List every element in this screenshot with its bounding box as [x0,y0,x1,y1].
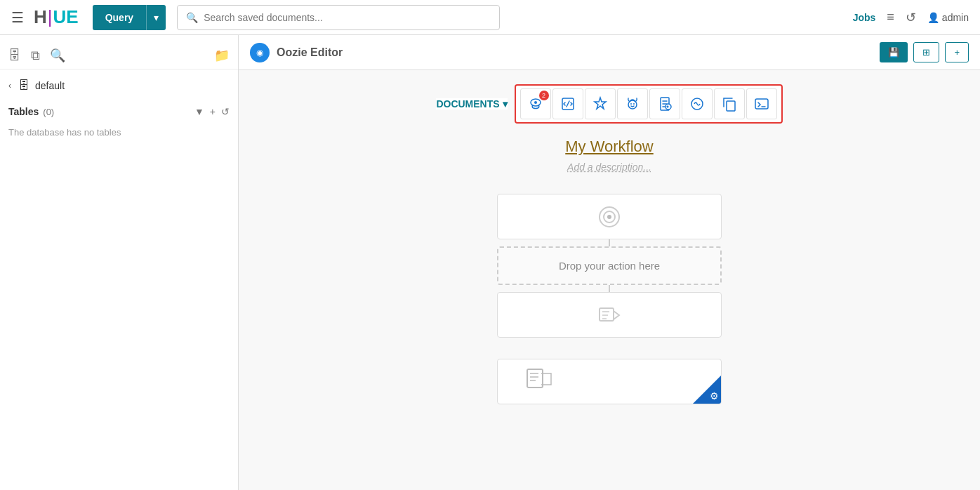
workflow-start-node [497,194,722,239]
main-layout: 🗄 ⧉ 🔍 📁 ‹ 🗄 default Tables (0) ▼ + ↺ The… [0,35,980,490]
drop-zone-text: Drop your action here [559,260,660,272]
oozie-action-buttons: 💾 ⊞ + [880,42,969,62]
user-icon: 👤 [927,12,939,23]
toolbar-terminal-icon[interactable] [746,88,777,119]
icon-toolbar-box: 2 [515,84,783,124]
end-node-icon [597,303,622,328]
sidebar-tables-header: Tables (0) ▼ + ↺ [0,102,238,121]
sidebar-refresh-icon[interactable]: ↺ [221,106,230,117]
sidebar-db-label: default [35,80,65,91]
documents-dropdown-icon: ▾ [503,98,508,110]
sidebar-folder-icon[interactable]: 📁 [214,48,230,63]
search-bar: 🔍 [177,5,500,30]
svg-point-5 [633,103,635,105]
sidebar-collapse-icon[interactable]: ‹ [8,81,11,91]
query-button-group: Query ▾ [93,5,166,30]
oozie-editor-header: ◉ Oozie Editor 💾 ⊞ + [239,35,980,70]
search-input[interactable] [204,12,491,23]
sidebar-db-icon[interactable]: 🗄 [8,48,21,63]
list-icon[interactable]: ≡ [887,10,894,25]
workflow-title[interactable]: My Workflow [565,138,654,156]
sidebar: 🗄 ⧉ 🔍 📁 ‹ 🗄 default Tables (0) ▼ + ↺ The… [0,35,239,490]
oozie-icon: ◉ [250,43,270,62]
workflow-bottom-node: ⚙ [497,359,722,404]
content-area: ◉ Oozie Editor 💾 ⊞ + DOCUMENTS ▾ [239,35,980,490]
sidebar-tables-label: Tables [8,106,39,117]
toolbar-pig-icon[interactable] [617,88,648,119]
sidebar-empty-message: The database has no tables [0,121,238,143]
sidebar-zoom-icon[interactable]: 🔍 [50,48,65,63]
svg-point-4 [630,103,632,105]
toolbar-spark-icon[interactable] [585,88,616,119]
node-connector-1 [609,239,610,246]
gear-icon: ⚙ [710,390,719,402]
start-node-icon [597,204,622,230]
query-main-button[interactable]: Query [93,5,146,30]
jobs-link[interactable]: Jobs [853,12,876,23]
sidebar-tables-count: (0) [43,107,54,117]
search-icon: 🔍 [186,12,198,23]
navbar: ☰ H | UE Query ▾ 🔍 Jobs ≡ ↺ 👤 admin [0,0,980,35]
sidebar-db-stack-icon: 🗄 [18,79,29,92]
sidebar-db-item[interactable]: ‹ 🗄 default [8,77,230,95]
query-dropdown-button[interactable]: ▾ [146,5,166,30]
workflow-badge: 2 [539,91,549,100]
oozie-editor-title: Oozie Editor [277,46,343,59]
toolbar-code-icon[interactable] [552,88,583,119]
app-logo: H | UE [34,6,79,28]
sidebar-tables-actions: ▼ + ↺ [194,106,230,117]
navbar-right: Jobs ≡ ↺ 👤 admin [853,10,969,25]
toolbar-workflow-icon[interactable]: 2 [520,88,551,119]
oozie-layout-button[interactable]: ⊞ [913,42,939,62]
workflow-nodes: Drop your action here [497,194,722,338]
logo-h: H [34,6,47,28]
documents-toolbar: DOCUMENTS ▾ 2 [436,84,782,124]
drop-zone[interactable]: Drop your action here [497,246,722,285]
toolbar-document-icon[interactable] [649,88,680,119]
svg-rect-9 [727,101,735,111]
toolbar-circle-icon[interactable] [682,88,713,119]
user-menu[interactable]: 👤 admin [927,12,969,23]
svg-rect-15 [527,369,543,388]
admin-label: admin [942,12,969,23]
svg-point-1 [534,101,537,104]
logo-ue: UE [53,6,79,28]
workflow-description[interactable]: Add a description... [567,161,651,173]
sidebar-filter-icon[interactable]: ▼ [194,106,204,117]
workflow-area: DOCUMENTS ▾ 2 [239,70,980,490]
node-connector-2 [609,285,610,292]
bottom-node-content [519,359,561,400]
sidebar-icon-row: 🗄 ⧉ 🔍 📁 [0,42,238,69]
workflow-end-node [497,292,722,338]
sidebar-db-section: ‹ 🗄 default [0,69,238,102]
svg-point-13 [607,215,611,219]
documents-button[interactable]: DOCUMENTS ▾ [436,98,507,110]
hamburger-menu[interactable]: ☰ [11,9,24,26]
oozie-extra-button[interactable]: + [945,42,969,62]
oozie-save-button[interactable]: 💾 [880,42,908,62]
oozie-icon-symbol: ◉ [256,48,263,58]
gear-corner: ⚙ [693,376,721,404]
sidebar-copy-icon[interactable]: ⧉ [31,48,40,63]
documents-label: DOCUMENTS [436,98,499,110]
toolbar-copy-doc-icon[interactable] [714,88,745,119]
bottom-node-icon [526,366,554,392]
logo-separator: | [48,6,53,28]
sidebar-add-table-icon[interactable]: + [210,106,216,117]
history-icon[interactable]: ↺ [906,10,916,25]
svg-rect-10 [755,99,768,109]
